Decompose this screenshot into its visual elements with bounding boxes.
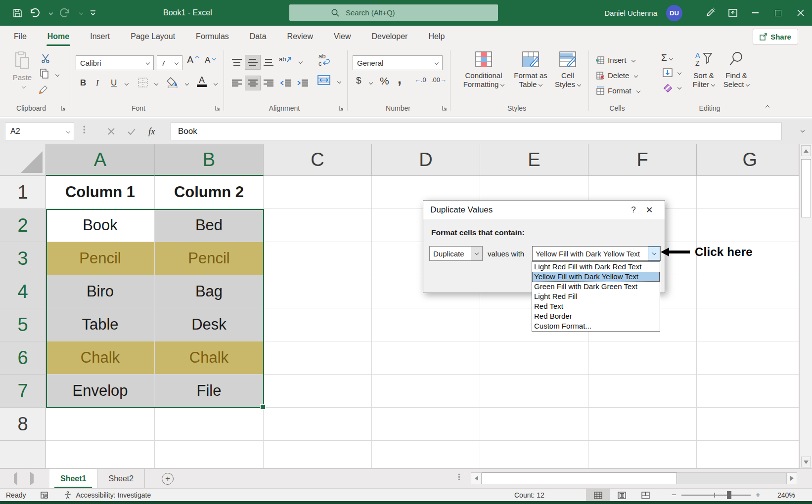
increase-font-size-button[interactable]: A xyxy=(187,54,199,66)
collapse-ribbon-icon[interactable] xyxy=(766,105,769,109)
decrease-indent-button[interactable] xyxy=(278,76,294,90)
customize-toolbar-icon[interactable] xyxy=(90,10,96,16)
user-name[interactable]: Daniel Uchenna xyxy=(604,9,657,17)
row-header-1[interactable]: 1 xyxy=(0,176,46,209)
cell-A7[interactable]: Envelop xyxy=(46,375,155,408)
scroll-up-icon[interactable] xyxy=(801,145,811,156)
cell-B1[interactable]: Column 2 xyxy=(155,176,264,209)
cell-C9[interactable] xyxy=(264,441,372,468)
bottom-align-button[interactable] xyxy=(261,55,276,69)
borders-icon[interactable] xyxy=(137,77,148,88)
underline-dropdown-icon[interactable] xyxy=(125,82,129,85)
orientation-dropdown-icon[interactable] xyxy=(299,60,303,64)
tab-review[interactable]: Review xyxy=(280,26,320,47)
accessibility-status[interactable]: Accessibility: Investigate xyxy=(64,491,151,499)
cell-A5[interactable]: Table xyxy=(46,308,155,341)
confirm-entry-icon[interactable] xyxy=(128,128,135,135)
cell-B5[interactable]: Desk xyxy=(155,308,264,341)
redo-dropdown-icon[interactable] xyxy=(79,11,83,15)
cell-F8[interactable] xyxy=(588,408,697,441)
cut-icon[interactable] xyxy=(41,53,50,63)
orientation-icon[interactable]: ab xyxy=(279,54,292,65)
font-name-combobox[interactable]: Calibri xyxy=(76,55,154,70)
cell-D7[interactable] xyxy=(372,375,480,408)
page-layout-view-icon[interactable] xyxy=(610,489,633,502)
cell-B8[interactable] xyxy=(155,408,264,441)
macro-record-icon[interactable] xyxy=(41,492,49,499)
page-break-preview-icon[interactable] xyxy=(633,489,657,502)
cell-C2[interactable] xyxy=(264,209,372,242)
middle-align-button[interactable] xyxy=(245,55,260,69)
cell-C3[interactable] xyxy=(264,242,372,275)
tab-view[interactable]: View xyxy=(327,26,358,47)
sheet-nav-right-icon[interactable] xyxy=(30,474,34,483)
select-all-corner[interactable] xyxy=(0,144,46,176)
formula-input[interactable]: Book xyxy=(171,123,782,140)
cell-B3[interactable]: Pencil xyxy=(155,242,264,275)
row-header-3[interactable]: 3 xyxy=(0,242,46,275)
minimize-button[interactable] xyxy=(744,0,767,26)
cell-G1[interactable] xyxy=(697,176,799,209)
cell-A3[interactable]: Pencil xyxy=(46,242,155,275)
scroll-left-icon[interactable] xyxy=(471,472,482,484)
align-right-button[interactable] xyxy=(261,76,276,90)
font-color-icon[interactable]: A xyxy=(197,75,207,87)
find-select-button[interactable]: Find & Select xyxy=(721,51,752,89)
column-header-A[interactable]: A xyxy=(46,144,155,176)
horizontal-scroll-thumb[interactable] xyxy=(482,472,677,484)
tab-page-layout[interactable]: Page Layout xyxy=(124,26,182,47)
row-header-5[interactable]: 5 xyxy=(0,308,46,341)
tab-developer[interactable]: Developer xyxy=(364,26,414,47)
cell-E9[interactable] xyxy=(480,441,588,468)
paste-button[interactable]: Paste xyxy=(8,51,37,91)
save-icon[interactable] xyxy=(13,8,22,18)
dialog-title-bar[interactable]: Duplicate Values ? ✕ xyxy=(423,201,665,219)
column-header-G[interactable]: G xyxy=(697,144,799,176)
sheet-tab-sheet1[interactable]: Sheet1 xyxy=(49,469,97,488)
cell-E7[interactable] xyxy=(480,375,588,408)
dialog-close-icon[interactable]: ✕ xyxy=(641,205,658,215)
condition-dropdown-icon[interactable] xyxy=(471,247,482,260)
cell-G7[interactable] xyxy=(697,375,799,408)
cell-G8[interactable] xyxy=(697,408,799,441)
bold-button[interactable]: B xyxy=(78,76,88,90)
fill-color-dropdown-icon[interactable] xyxy=(185,82,189,85)
underline-button[interactable]: U xyxy=(109,76,119,90)
option-red-border[interactable]: Red Border xyxy=(532,311,660,321)
maximize-button[interactable] xyxy=(767,0,789,26)
zoom-slider-thumb[interactable] xyxy=(727,491,731,499)
align-left-button[interactable] xyxy=(229,76,244,90)
condition-combobox[interactable]: Duplicate xyxy=(429,246,483,261)
top-align-button[interactable] xyxy=(229,55,244,69)
new-sheet-button[interactable]: + xyxy=(162,473,174,485)
tab-home[interactable]: Home xyxy=(41,26,76,47)
format-painter-icon[interactable] xyxy=(39,84,50,95)
cell-B9[interactable] xyxy=(155,441,264,468)
formula-bar-resize-handle[interactable]: ••• xyxy=(83,126,85,137)
tab-formulas[interactable]: Formulas xyxy=(189,26,236,47)
row-header-6[interactable]: 6 xyxy=(0,341,46,375)
borders-dropdown-icon[interactable] xyxy=(154,82,158,85)
cell-B6[interactable]: Chalk xyxy=(155,341,264,375)
scroll-down-icon[interactable] xyxy=(801,457,811,467)
alignment-dialog-launcher-icon[interactable] xyxy=(338,105,344,111)
font-color-dropdown-icon[interactable] xyxy=(214,82,218,85)
close-button[interactable] xyxy=(789,0,812,26)
decrease-decimal-button[interactable]: .00→ xyxy=(431,76,447,84)
cell-D9[interactable] xyxy=(372,441,480,468)
option-red-text[interactable]: Red Text xyxy=(532,301,660,311)
insert-function-button[interactable]: fx xyxy=(148,126,155,137)
wrap-text-icon[interactable]: abc xyxy=(317,52,331,67)
cell-styles-button[interactable]: Cell Styles xyxy=(550,51,585,89)
vertical-scroll-thumb[interactable] xyxy=(801,159,811,217)
format-dropdown-icon[interactable] xyxy=(648,247,660,260)
cell-A4[interactable]: Biro xyxy=(46,275,155,308)
tab-help[interactable]: Help xyxy=(421,26,451,47)
ribbon-display-options-icon[interactable] xyxy=(722,0,744,26)
format-as-table-button[interactable]: Format as Table xyxy=(512,51,549,89)
option-green-fill-dark-green-text[interactable]: Green Fill with Dark Green Text xyxy=(532,282,660,292)
italic-button[interactable]: I xyxy=(94,76,101,90)
sheet-nav-left-icon[interactable] xyxy=(14,474,17,483)
cell-A8[interactable] xyxy=(46,408,155,441)
zoom-slider[interactable] xyxy=(681,495,751,496)
